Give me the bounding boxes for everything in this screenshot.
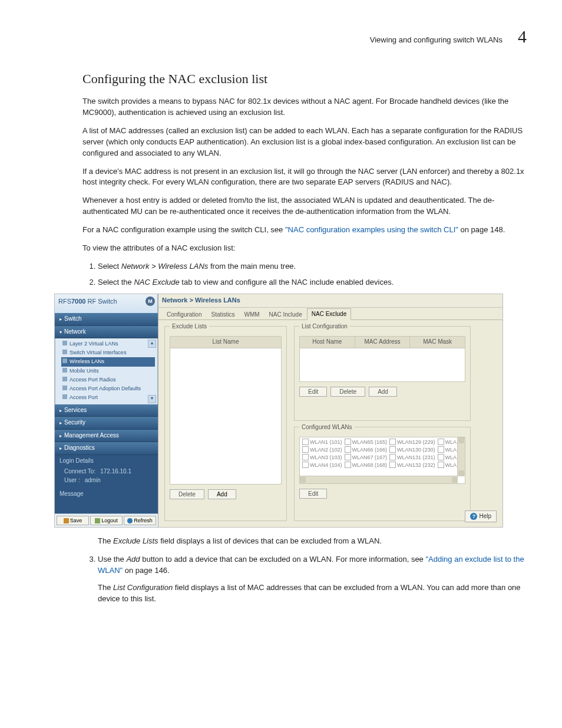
step-list: Select Network > Wireless LANs from the … — [82, 261, 527, 288]
exclude-add-button[interactable]: Add — [208, 489, 236, 499]
horizontal-scrollbar[interactable] — [300, 476, 458, 483]
help-icon: ? — [470, 513, 477, 520]
tab-nac-exclude[interactable]: NAC Exclude — [307, 308, 351, 321]
wlan-checkbox-item[interactable]: WLAN130 (230) — [388, 446, 437, 454]
checkbox-icon — [345, 454, 351, 460]
listcfg-delete-button[interactable]: Delete — [330, 387, 365, 397]
nav-section-security[interactable]: Security — [55, 417, 158, 430]
list-configuration-group: List Configuration Host Name MAC Address… — [294, 326, 471, 421]
save-button[interactable]: Save — [57, 516, 89, 525]
page-title: Configuring the NAC exclusion list — [82, 70, 527, 88]
nav: Switch Network ▴ Layer 2 Virtual LANs Sw… — [55, 313, 158, 454]
wlan-checkbox-item[interactable]: WLAN132 (232) — [388, 462, 437, 469]
checkbox-icon — [438, 454, 444, 460]
wlan-checkbox-item[interactable]: WLA — [437, 462, 458, 469]
wlan-checkbox-item[interactable]: WLAN2 (102) — [301, 446, 343, 454]
checkbox-icon — [345, 439, 351, 445]
refresh-icon — [127, 518, 133, 523]
exclude-delete-button[interactable]: Delete — [170, 489, 204, 499]
wlan-checkbox-item[interactable]: WLAN129 (229) — [388, 439, 437, 446]
listcfg-add-button[interactable]: Add — [369, 387, 397, 397]
login-details: Login Details Connect To:172.16.10.1 Use… — [55, 455, 158, 489]
nav-item-mu[interactable]: Mobile Units — [61, 367, 155, 375]
wlan-checkbox-item[interactable]: WLAN68 (168) — [343, 462, 389, 469]
wlan-checkbox-item[interactable]: WLAN4 (104) — [301, 462, 343, 469]
wlan-row: WLAN4 (104)WLAN68 (168)WLAN132 (232)WLA — [301, 462, 458, 469]
tab-bar: Configuration Statistics WMM NAC Include… — [158, 308, 503, 320]
nav-section-network[interactable]: Network — [55, 326, 158, 339]
wlan-checkbox-item[interactable]: WLAN66 (166) — [343, 446, 389, 454]
step-item: Select Network > Wireless LANs from the … — [98, 261, 527, 272]
nav-item-apad[interactable]: Access Port Adoption Defaults — [61, 384, 155, 393]
tab-statistics[interactable]: Statistics — [206, 309, 239, 321]
message-area: Message — [55, 488, 158, 513]
nav-item-wlan[interactable]: Wireless LANs — [61, 357, 155, 366]
cfgwlans-edit-button[interactable]: Edit — [299, 489, 327, 499]
exclude-lists-legend: Exclude Lists — [170, 322, 209, 331]
body-paragraph: A list of MAC addresses (called an exclu… — [82, 126, 527, 159]
vertical-scrollbar[interactable] — [457, 437, 465, 476]
col-list-name: List Name — [170, 337, 281, 348]
nav-section-mgmt[interactable]: Management Access — [55, 430, 158, 443]
wlan-checkbox-item[interactable]: WLAN67 (167) — [343, 454, 389, 462]
refresh-button[interactable]: Refresh — [124, 516, 156, 525]
section-name: Viewing and configuring switch WLANs — [370, 35, 503, 46]
breadcrumb: Network > Wireless LANs — [158, 294, 503, 308]
col-host-name: Host Name — [300, 337, 355, 348]
wlan-checkbox-item[interactable]: WLAN1 (101) — [301, 439, 343, 446]
wlan-checkbox-item[interactable]: WLAN131 (231) — [388, 454, 437, 462]
app-screenshot: RFS7000 RF Switch M Switch Network ▴ Lay… — [54, 294, 503, 528]
body-paragraph: For a NAC configuration example using th… — [82, 225, 527, 236]
checkbox-icon — [345, 446, 351, 453]
wlan-checkbox-item[interactable]: WLA — [437, 439, 458, 446]
nav-item-l2vlan[interactable]: Layer 2 Virtual LANs — [61, 340, 155, 348]
tab-nac-include[interactable]: NAC Include — [265, 309, 307, 321]
motorola-logo-icon: M — [146, 297, 155, 306]
tab-wmm[interactable]: WMM — [240, 309, 265, 321]
sidebar: RFS7000 RF Switch M Switch Network ▴ Lay… — [55, 294, 158, 527]
body-paragraph: Whenever a host entry is added or delete… — [82, 195, 527, 218]
configured-wlans-list[interactable]: WLAN1 (101)WLAN65 (165)WLAN129 (229)WLAW… — [299, 437, 465, 484]
listcfg-edit-button[interactable]: Edit — [299, 387, 327, 397]
step-list: Use the Add button to add a device that … — [82, 554, 527, 604]
nav-item-ap[interactable]: Access Port — [61, 393, 155, 402]
list-configuration-body[interactable] — [299, 348, 465, 382]
step-item: Use the Add button to add a device that … — [98, 554, 527, 604]
wlan-row: WLAN1 (101)WLAN65 (165)WLAN129 (229)WLA — [301, 439, 458, 446]
col-mac-address: MAC Address — [355, 337, 411, 348]
wlan-checkbox-item[interactable]: WLAN65 (165) — [343, 439, 389, 446]
checkbox-icon — [302, 439, 309, 445]
xref-link[interactable]: "NAC configuration examples using the sw… — [285, 225, 458, 234]
logout-icon — [95, 518, 100, 523]
nav-item-svi[interactable]: Switch Virtual Interfaces — [61, 348, 155, 357]
checkbox-icon — [302, 454, 309, 460]
checkbox-icon — [389, 439, 396, 445]
wlan-checkbox-item[interactable]: WLA — [437, 446, 458, 454]
wlan-checkbox-item[interactable]: WLAN3 (103) — [301, 454, 343, 462]
col-mac-mask: MAC Mask — [410, 337, 465, 348]
checkbox-icon — [389, 462, 396, 468]
scroll-down-icon[interactable]: ▾ — [148, 395, 156, 403]
checkbox-icon — [302, 446, 309, 453]
chapter-number: 4 — [518, 24, 527, 50]
nav-section-switch[interactable]: Switch — [55, 313, 158, 326]
main-panel: Network > Wireless LANs Configuration St… — [158, 294, 503, 527]
tab-configuration[interactable]: Configuration — [162, 309, 206, 321]
checkbox-icon — [389, 454, 396, 460]
exclude-lists-body[interactable] — [170, 348, 282, 485]
checkbox-icon — [389, 446, 396, 453]
help-button[interactable]: ? Help — [465, 510, 497, 523]
nav-section-diag[interactable]: Diagnostics — [55, 442, 158, 455]
body-paragraph: To view the attributes of a NAC exclusio… — [82, 243, 527, 254]
wlan-checkbox-item[interactable]: WLA — [437, 454, 458, 462]
nav-item-apr[interactable]: Access Port Radios — [61, 375, 155, 384]
step-item: Select the NAC Exclude tab to view and c… — [98, 277, 527, 288]
nav-section-services[interactable]: Services — [55, 404, 158, 417]
logout-button[interactable]: Logout — [90, 516, 123, 525]
exclude-lists-group: Exclude Lists List Name Delete Add — [164, 326, 287, 521]
sidebar-buttons: Save Logout Refresh — [55, 513, 158, 527]
product-title: RFS7000 RF Switch M — [55, 294, 158, 313]
body-paragraph: The switch provides a means to bypass NA… — [82, 96, 527, 118]
exclude-lists-header: List Name — [170, 336, 282, 348]
save-icon — [64, 518, 69, 523]
